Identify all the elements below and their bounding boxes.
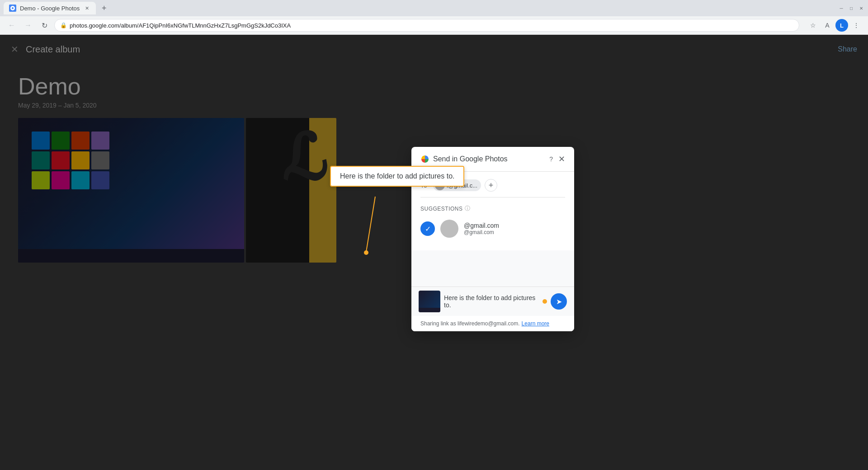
refresh-button[interactable]: ↻: [38, 19, 51, 32]
album-date: May 29, 2019 – Jan 5, 2020: [18, 102, 850, 109]
suggestions-label: SUGGESTIONS: [420, 206, 463, 212]
recipient-chip[interactable]: l@gmail.c...: [433, 179, 481, 191]
minimize-button[interactable]: ─: [838, 5, 844, 11]
browser-chrome: Demo - Google Photos ✕ + ─ □ ✕ ← → ↻ 🔒 p…: [0, 0, 868, 35]
message-thumbnail: [419, 291, 440, 312]
recipient-avatar: [435, 180, 445, 190]
lock-icon: 🔒: [60, 22, 67, 28]
browser-actions: ☆ A L ⋮: [807, 19, 863, 32]
dialog-title: Send in Google Photos: [433, 155, 546, 163]
forward-button[interactable]: →: [22, 19, 34, 32]
share-button[interactable]: Share: [838, 45, 857, 53]
top-bar: ✕ Create album Share: [0, 35, 868, 64]
new-tab-button[interactable]: +: [98, 2, 110, 14]
yellow-dot-indicator: [542, 299, 547, 304]
suggestion-info: @gmail.com @gmail.com: [464, 222, 499, 235]
album-title: Demo: [18, 73, 850, 100]
bookmark-star-button[interactable]: ☆: [807, 19, 819, 32]
recipient-email: l@gmail.c...: [447, 182, 477, 189]
window-controls: ─ □ ✕: [838, 5, 864, 11]
send-button[interactable]: ➤: [551, 293, 567, 310]
dialog-footer: Here is the folder to add pictures to. ➤: [411, 287, 574, 316]
dialog-body: To l@gmail.c... + SUGGESTIONS ⓘ: [411, 172, 574, 250]
tile-5: [32, 151, 50, 169]
acrobat-extension-button[interactable]: A: [821, 19, 834, 32]
profile-button[interactable]: L: [835, 19, 848, 32]
tile-8: [91, 151, 109, 169]
to-label: To: [420, 182, 429, 189]
thumb-bar: [419, 308, 440, 312]
dialog-header: Send in Google Photos ? ✕: [411, 147, 574, 172]
url-bar[interactable]: 🔒 photos.google.com/album/AF1QipPnI6xNGf…: [54, 19, 799, 32]
tile-12: [91, 171, 109, 189]
tile-7: [71, 151, 90, 169]
add-recipient-button[interactable]: +: [485, 179, 497, 192]
send-dialog: Send in Google Photos ? ✕ To l@gmail.c..…: [411, 147, 574, 331]
suggestion-item: ✓ @gmail.com @gmail.com: [420, 218, 565, 240]
dialog-close-button[interactable]: ✕: [558, 154, 565, 164]
dialog-middle-area: [411, 250, 574, 287]
tile-9: [32, 171, 50, 189]
message-input-area[interactable]: Here is the folder to add pictures to.: [444, 294, 547, 309]
tile-1: [32, 132, 50, 150]
active-tab[interactable]: Demo - Google Photos ✕: [4, 2, 96, 14]
black-yellow-photo: ℒ: [246, 118, 336, 263]
suggestions-header: SUGGESTIONS ⓘ: [420, 205, 565, 212]
suggestion-check-button[interactable]: ✓: [420, 221, 435, 236]
suggestion-secondary-email: @gmail.com: [464, 229, 499, 235]
main-photo[interactable]: [18, 118, 244, 263]
suggestions-info-icon[interactable]: ⓘ: [465, 205, 470, 212]
tab-bar: Demo - Google Photos ✕ + ─ □ ✕: [0, 0, 868, 16]
page-title: Create album: [26, 44, 80, 55]
message-text: Here is the folder to add pictures to.: [444, 294, 542, 309]
right-photo[interactable]: ℒ: [246, 118, 336, 263]
suggestion-avatar: [440, 220, 458, 238]
page-content: ✕ Create album Share Demo May 29, 2019 –…: [0, 35, 868, 470]
back-button[interactable]: ←: [5, 19, 18, 32]
learn-more-link[interactable]: Learn more: [522, 320, 549, 327]
close-page-button[interactable]: ✕: [11, 44, 19, 55]
tile-4: [91, 132, 109, 150]
check-icon: ✓: [425, 225, 431, 233]
tile-6: [52, 151, 70, 169]
tile-3: [71, 132, 90, 150]
windows-tiles: [32, 132, 109, 189]
tab-title: Demo - Google Photos: [20, 5, 80, 12]
tab-close-btn[interactable]: ✕: [83, 5, 90, 12]
suggestion-primary-email: @gmail.com: [464, 222, 499, 229]
letter-decoration: ℒ: [282, 127, 327, 190]
photo-screen: [18, 118, 244, 263]
tile-2: [52, 132, 70, 150]
send-icon: ➤: [556, 297, 562, 306]
close-window-button[interactable]: ✕: [858, 5, 864, 11]
sharing-info: Sharing link as lifewiredemo@gmail.com. …: [411, 316, 574, 331]
url-text: photos.google.com/album/AF1QipPnI6xNGfwT…: [70, 22, 291, 29]
google-photos-logo: [420, 155, 429, 164]
menu-button[interactable]: ⋮: [850, 19, 863, 32]
maximize-button[interactable]: □: [848, 5, 854, 11]
windows-taskbar: [18, 249, 244, 263]
tab-favicon: [9, 5, 16, 12]
sharing-prefix-text: Sharing link as lifewiredemo@gmail.com.: [420, 320, 520, 327]
to-field: To l@gmail.c... +: [420, 179, 565, 197]
tile-10: [52, 171, 70, 189]
suggestions-section: SUGGESTIONS ⓘ ✓ @gmail.com @gmail.com: [420, 205, 565, 240]
dialog-help-button[interactable]: ?: [549, 155, 553, 163]
address-bar: ← → ↻ 🔒 photos.google.com/album/AF1QipPn…: [0, 16, 868, 34]
tile-11: [71, 171, 90, 189]
